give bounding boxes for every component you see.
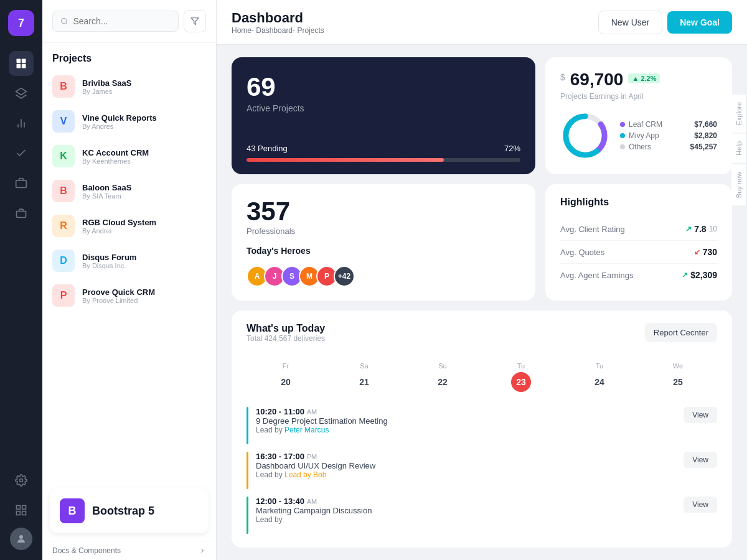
nav-icon-grid[interactable]: [9, 51, 34, 76]
earnings-card: $ 69,700 ▲ 2.2% Projects Earnings in Apr…: [545, 57, 732, 174]
page-title: Dashboard: [232, 10, 324, 26]
search-input[interactable]: [73, 16, 171, 26]
cal-day-name: Fr: [283, 362, 289, 370]
buy-now-label[interactable]: Buy now: [731, 164, 747, 205]
view-button[interactable]: View: [684, 452, 717, 468]
legend-values: $7,660$2,820$45,257: [690, 120, 717, 151]
calendar-day[interactable]: Tu 24: [560, 357, 639, 397]
project-item[interactable]: R RGB Cloud System By Andrei: [47, 208, 211, 243]
svg-point-15: [62, 18, 67, 23]
donut-row: Leaf CRMMivy AppOthers $7,660$2,820$45,2…: [560, 111, 717, 161]
nav-icon-chart[interactable]: [9, 111, 34, 136]
event-lead: Lead by Lead by Bob: [256, 470, 676, 479]
highlight-value: ↗ 7.8 10: [685, 224, 717, 234]
project-item[interactable]: B Briviba SaaS By James: [47, 69, 211, 104]
cal-day-name: Sa: [360, 362, 368, 370]
legend-value: $2,820: [690, 131, 717, 140]
svg-rect-10: [17, 506, 21, 510]
event-person-link[interactable]: Lead by Bob: [284, 470, 326, 479]
project-info: Briviba SaaS By James: [82, 78, 132, 95]
view-button[interactable]: View: [684, 497, 717, 513]
project-by: By James: [82, 88, 132, 95]
earnings-top: $ 69,700 ▲ 2.2%: [560, 70, 717, 90]
nav-icon-stack[interactable]: [9, 170, 34, 195]
event-item: 12:00 - 13:40 AM Marketing Campaign Disc…: [247, 497, 717, 534]
help-label[interactable]: Help: [731, 134, 747, 163]
svg-rect-1: [22, 59, 26, 63]
legend-dot: [620, 144, 625, 149]
project-icon: B: [52, 75, 75, 98]
calendar-day[interactable]: Su 22: [403, 357, 482, 397]
svg-rect-3: [22, 64, 26, 68]
content-wrapper: 69 Active Projects 43 Pending 72% $ 69,7…: [217, 45, 747, 560]
main-area: Dashboard Home- Dashboard- Projects New …: [217, 0, 747, 560]
heroes-label: Today's Heroes: [247, 246, 520, 256]
schedule-title: What's up Today: [247, 323, 325, 334]
filter-button[interactable]: [184, 10, 206, 32]
nav-icon-dashboard2[interactable]: [9, 498, 34, 523]
user-profile-icon[interactable]: [10, 528, 32, 550]
legend-area: Leaf CRMMivy AppOthers: [620, 120, 680, 151]
project-item[interactable]: K KC Account CRM By Keenthemes: [47, 139, 211, 174]
project-icon: D: [52, 250, 75, 272]
calendar-day[interactable]: Sa 21: [325, 357, 403, 397]
event-ampm: AM: [307, 408, 317, 416]
project-icon: B: [52, 180, 75, 202]
highlight-row: Avg. Client Rating ↗ 7.8 10: [560, 218, 717, 241]
sidebar-search-area: [42, 0, 216, 43]
cal-day-num: 25: [668, 372, 688, 392]
calendar-day[interactable]: Tu 23: [482, 357, 560, 397]
schedule-title-area: What's up Today Total 424,567 deliveries: [247, 323, 325, 343]
bootstrap-icon: B: [60, 498, 85, 523]
new-goal-button[interactable]: New Goal: [667, 11, 732, 34]
active-projects-label: Active Projects: [247, 103, 520, 113]
explore-label[interactable]: Explore: [731, 95, 747, 133]
highlight-label: Avg. Agent Earnings: [560, 271, 634, 280]
event-time: 12:00 - 13:40 AM: [256, 497, 676, 506]
report-center-button[interactable]: Report Cecnter: [645, 323, 717, 342]
svg-line-16: [66, 22, 67, 24]
search-box[interactable]: [52, 11, 179, 32]
nav-icon-settings[interactable]: [9, 468, 34, 493]
project-name: RGB Cloud System: [82, 218, 156, 227]
highlight-label: Avg. Quotes: [560, 248, 604, 257]
project-info: KC Account CRM By Keenthemes: [82, 148, 149, 165]
donut-chart: [560, 111, 610, 161]
svg-rect-12: [22, 511, 26, 515]
event-border: [247, 497, 248, 534]
project-item[interactable]: V Vine Quick Reports By Andres: [47, 104, 211, 139]
event-name: Dashboard UI/UX Design Review: [256, 461, 676, 470]
nav-icon-check[interactable]: [9, 141, 34, 166]
event-ampm: AM: [307, 498, 317, 505]
new-user-button[interactable]: New User: [598, 11, 662, 34]
legend-value: $7,660: [690, 120, 717, 129]
calendar-day[interactable]: We 25: [639, 357, 717, 397]
event-item: 10:20 - 11:00 AM 9 Degree Project Estima…: [247, 407, 717, 444]
nav-icon-briefcase[interactable]: [9, 200, 34, 225]
svg-point-14: [19, 535, 23, 539]
project-info: Baloon SaaS By SIA Team: [82, 183, 131, 200]
project-item[interactable]: D Disqus Forum By Disqus Inc.: [47, 243, 211, 278]
event-lead: Lead by Peter Marcus: [256, 426, 676, 434]
trend-icon: ↗: [682, 271, 688, 279]
project-by: By Andres: [82, 123, 157, 130]
view-button[interactable]: View: [684, 407, 717, 423]
sidebar: Projects B Briviba SaaS By James V Vine …: [42, 0, 217, 560]
event-time: 16:30 - 17:00 PM: [256, 452, 676, 461]
event-lead: Lead by: [256, 515, 676, 524]
project-by: By SIA Team: [82, 192, 131, 200]
svg-rect-8: [16, 180, 27, 188]
bootstrap-card[interactable]: B Bootstrap 5: [50, 488, 209, 533]
left-navigation: 7: [0, 0, 42, 560]
nav-icon-layers[interactable]: [9, 81, 34, 106]
project-item[interactable]: P Proove Quick CRM By Proove Limited: [47, 278, 211, 313]
event-person-link[interactable]: Peter Marcus: [284, 426, 329, 434]
legend-name: Mivy App: [629, 131, 659, 140]
donut-svg: [560, 111, 610, 161]
calendar-day[interactable]: Fr 20: [247, 357, 325, 397]
docs-bar[interactable]: Docs & Components: [42, 541, 216, 560]
project-item[interactable]: B Baloon SaaS By SIA Team: [47, 174, 211, 208]
highlight-value: ↗ $2,309: [682, 270, 717, 280]
user-avatar-number[interactable]: 7: [8, 10, 34, 36]
earnings-badge: ▲ 2.2%: [628, 73, 660, 83]
